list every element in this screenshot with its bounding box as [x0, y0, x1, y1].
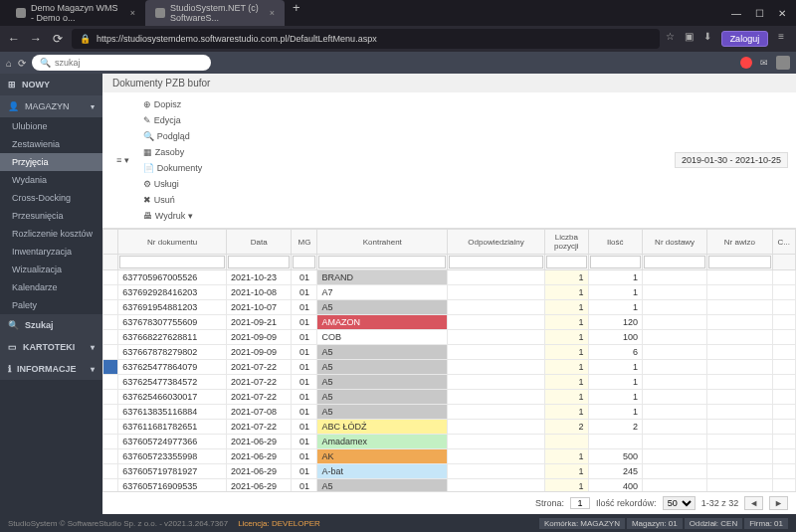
column-filter-input[interactable] [708, 256, 770, 268]
tool-icon: 🔍 [143, 131, 154, 141]
sidebar-item-cross-docking[interactable]: Cross-Docking [0, 189, 102, 207]
table-row[interactable]: 6376678782798022021-09-0901A516 [103, 345, 796, 360]
column-header[interactable]: Nr dokumentu [118, 230, 227, 255]
column-header[interactable]: Nr dostawy [642, 230, 706, 255]
window-titlebar: Demo Magazyn WMS - Demo o...× StudioSyst… [0, 0, 796, 26]
toolbar-usługi-button[interactable]: ⚙ Usługi [137, 176, 209, 192]
close-icon[interactable]: × [270, 8, 275, 18]
column-filter-input[interactable] [590, 256, 641, 268]
close-window-icon[interactable]: ✕ [778, 8, 786, 19]
new-tab-button[interactable]: + [285, 0, 308, 26]
status-chip: Oddział: CEN [685, 518, 742, 529]
table-row[interactable]: 6376057169095352021-06-2901A51400 [103, 479, 796, 492]
home-icon[interactable]: ⌂ [6, 58, 12, 69]
column-header[interactable]: Ilość [588, 230, 642, 255]
sidebar-item-kalendarze[interactable]: Kalendarze [0, 278, 102, 296]
chevron-down-icon: ▾ [91, 102, 95, 111]
table-row[interactable]: 6376057233559982021-06-2901AK1500 [103, 449, 796, 464]
browser-tab[interactable]: Demo Magazyn WMS - Demo o...× [6, 0, 145, 26]
column-filter-input[interactable] [449, 256, 543, 268]
download-icon[interactable]: ⬇ [703, 31, 711, 47]
column-filter-input[interactable] [119, 256, 225, 268]
toolbar-dopisz-button[interactable]: ⊕ Dopisz [137, 96, 209, 112]
table-row[interactable]: 6376138351168842021-07-0801A511 [103, 405, 796, 420]
toolbar-edycja-button[interactable]: ✎ Edycja [137, 112, 209, 128]
user-icon[interactable] [776, 56, 790, 70]
table-row[interactable]: 6376929284162032021-10-0801A711 [103, 285, 796, 300]
minimize-icon[interactable]: — [731, 8, 741, 19]
search-box[interactable]: 🔍 [32, 55, 211, 71]
sidebar-item-zestawienia[interactable]: Zestawienia [0, 135, 102, 153]
status-chip: Magazyn: 01 [627, 518, 683, 529]
sidebar-nowy[interactable]: ⊞NOWY [0, 74, 102, 95]
table-row[interactable]: 6376057249773662021-06-2901Amadamex [103, 435, 796, 449]
table-row[interactable]: 6376057197819272021-06-2901A-bat1245 [103, 464, 796, 479]
sidebar-item-przyjęcia[interactable]: Przyjęcia [0, 153, 102, 171]
sidebar-szukaj[interactable]: 🔍Szukaj [0, 314, 102, 336]
sidebar-item-inwentaryzacja[interactable]: Inwentaryzacja [0, 243, 102, 261]
page-input[interactable] [570, 497, 590, 509]
column-header[interactable]: C... [772, 230, 795, 255]
sidebar-kartoteki[interactable]: ▭KARTOTEKI▾ [0, 336, 102, 358]
page-size-select[interactable]: 50 [663, 496, 696, 510]
refresh-icon[interactable]: ⟳ [50, 32, 66, 46]
sidebar-item-ulubione[interactable]: Ulubione [0, 117, 102, 135]
extension-icon[interactable]: ▣ [685, 31, 694, 47]
column-filter-input[interactable] [546, 256, 587, 268]
chevron-down-icon: ▾ [91, 343, 95, 352]
column-filter-input[interactable] [228, 256, 290, 268]
forward-icon[interactable]: → [28, 32, 44, 46]
pager-label: Strona: [535, 498, 564, 508]
menu-icon[interactable]: ≡ [778, 31, 784, 47]
toolbar-wydruk-button[interactable]: 🖶 Wydruk ▾ [137, 208, 209, 224]
table-row[interactable]: 6376254660300172021-07-2201A511 [103, 390, 796, 405]
column-filter-input[interactable] [293, 256, 315, 268]
mail-icon[interactable]: ✉ [760, 58, 768, 68]
window-controls: — ☐ ✕ [731, 8, 796, 19]
toolbar-usuń-button[interactable]: ✖ Usuń [137, 192, 209, 208]
tab-favicon [16, 8, 26, 18]
table-row[interactable]: 6376919548812032021-10-0701A511 [103, 300, 796, 315]
sidebar-item-przesunięcia[interactable]: Przesunięcia [0, 207, 102, 225]
search-input[interactable] [55, 58, 203, 68]
column-header[interactable]: Nr awizo [707, 230, 772, 255]
menu-button[interactable]: ≡ ▾ [110, 152, 135, 168]
tab-label: StudioSystem.NET (c) SoftwareS... [170, 3, 261, 23]
column-header[interactable]: Odpowiedzialny [448, 230, 545, 255]
column-header[interactable]: MG [292, 230, 317, 255]
toolbar-podgląd-button[interactable]: 🔍 Podgląd [137, 128, 209, 144]
star-icon[interactable]: ☆ [666, 31, 675, 47]
table-row[interactable]: 6376682276288112021-09-0901COB1100 [103, 330, 796, 345]
column-header[interactable]: Liczba pozycji [545, 230, 589, 255]
table-row[interactable]: 6376783077556092021-09-2101AMAZON1120 [103, 315, 796, 330]
column-header[interactable]: Kontrahent [317, 230, 448, 255]
column-header[interactable]: Data [227, 230, 292, 255]
table-row[interactable]: 6376254773845722021-07-2201A511 [103, 375, 796, 390]
toolbar-zasoby-button[interactable]: ▦ Zasoby [137, 144, 209, 160]
sidebar-item-rozliczenie kosztów[interactable]: Rozliczenie kosztów [0, 225, 102, 243]
login-button[interactable]: Zaloguj [721, 31, 769, 47]
sidebar-informacje[interactable]: ℹINFORMACJE▾ [0, 358, 102, 380]
table-row[interactable]: 6376254778640792021-07-2201A511 [103, 360, 796, 375]
notification-icon[interactable] [740, 57, 752, 69]
toolbar-dokumenty-button[interactable]: 📄 Dokumenty [137, 160, 209, 176]
data-grid[interactable]: Nr dokumentuDataMGKontrahentOdpowiedzial… [102, 229, 796, 491]
table-row[interactable]: 6376116817826512021-07-2201ABC ŁÓDŹ22 [103, 420, 796, 435]
maximize-icon[interactable]: ☐ [755, 8, 764, 19]
sidebar-item-palety[interactable]: Palety [0, 296, 102, 314]
sidebar-magazyn[interactable]: 👤MAGAZYN▾ [0, 95, 102, 117]
url-bar[interactable]: 🔒 https://studiosystemdemo.softwarestudi… [72, 29, 660, 49]
column-filter-input[interactable] [644, 256, 705, 268]
tool-icon: ⊕ [143, 99, 151, 109]
date-range[interactable]: 2019-01-30 - 2021-10-25 [675, 152, 788, 168]
next-page-button[interactable]: ► [769, 496, 788, 510]
close-icon[interactable]: × [130, 8, 135, 18]
back-icon[interactable]: ← [6, 32, 22, 46]
sidebar-item-wydania[interactable]: Wydania [0, 171, 102, 189]
refresh-app-icon[interactable]: ⟳ [18, 58, 26, 69]
column-filter-input[interactable] [318, 256, 446, 268]
prev-page-button[interactable]: ◄ [744, 496, 763, 510]
browser-tab[interactable]: StudioSystem.NET (c) SoftwareS...× [145, 0, 285, 26]
sidebar-item-wizualizacja[interactable]: Wizualizacja [0, 261, 102, 278]
table-row[interactable]: 6377059670055262021-10-2301BRAND11 [103, 270, 796, 285]
